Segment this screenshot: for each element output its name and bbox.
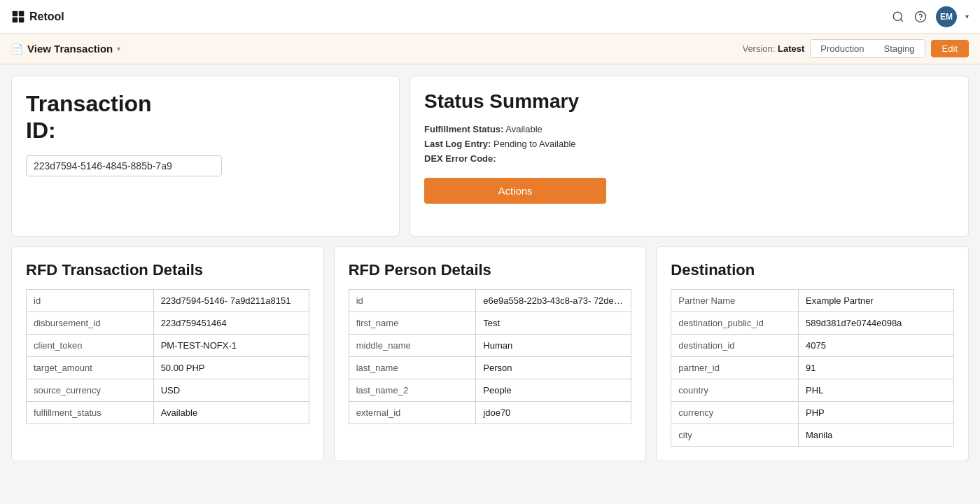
- last-log-label: Last Log Entry:: [424, 139, 491, 149]
- row-value: 223d759451464: [153, 312, 309, 335]
- svg-rect-3: [19, 17, 24, 22]
- rfd-person-title: RFD Person Details: [349, 261, 632, 279]
- table-row: external_id jdoe70: [349, 402, 631, 424]
- avatar-chevron-icon[interactable]: ▾: [965, 13, 969, 20]
- row-key: middle_name: [349, 335, 476, 357]
- table-row: first_name Test: [349, 312, 631, 335]
- table-row: destination_public_id 589d381d7e0744e098…: [671, 312, 954, 335]
- table-row: Partner Name Example Partner: [671, 290, 954, 312]
- main-content: Transaction ID: Status Summary Fulfillme…: [0, 64, 980, 472]
- table-row: id e6e9a558-22b3-43c8-a73- 72de7bd63293: [349, 290, 631, 312]
- row-key: Partner Name: [671, 290, 799, 312]
- breadcrumb: 📄 View Transaction ▾: [11, 43, 120, 55]
- rfd-transaction-title: RFD Transaction Details: [26, 261, 309, 279]
- edit-button[interactable]: Edit: [931, 40, 969, 57]
- svg-rect-1: [19, 10, 24, 16]
- row-key: disbursement_id: [27, 312, 154, 335]
- transaction-id-title: Transaction ID:: [26, 90, 385, 144]
- row-key: target_amount: [27, 357, 154, 379]
- nav-right: EM ▾: [891, 6, 969, 27]
- production-button[interactable]: Production: [811, 40, 874, 57]
- table-row: source_currency USD: [27, 379, 309, 402]
- rfd-person-card: RFD Person Details id e6e9a558-22b3-43c8…: [334, 246, 647, 461]
- rfd-transaction-card: RFD Transaction Details id 223d7594-5146…: [11, 246, 324, 461]
- row-value: 91: [798, 357, 953, 379]
- staging-button[interactable]: Staging: [874, 40, 925, 57]
- row-key: currency: [671, 402, 799, 424]
- row-value: Example Partner: [798, 290, 953, 312]
- destination-card: Destination Partner Name Example Partner…: [656, 246, 969, 461]
- row-value: Person: [476, 357, 631, 379]
- table-row: destination_id 4075: [671, 335, 954, 357]
- row-key: first_name: [349, 312, 476, 335]
- table-row: disbursement_id 223d759451464: [27, 312, 309, 335]
- table-row: target_amount 50.00 PHP: [27, 357, 309, 379]
- transaction-id-input[interactable]: [26, 155, 222, 176]
- svg-rect-0: [13, 10, 18, 16]
- table-row: city Manila: [671, 424, 954, 447]
- fulfillment-status-value: Available: [505, 124, 542, 134]
- row-key: city: [671, 424, 799, 447]
- table-row: last_name Person: [349, 357, 631, 379]
- rfd-transaction-table: id 223d7594-5146- 7a9d211a8151 disbursem…: [26, 289, 309, 424]
- svg-rect-2: [13, 17, 18, 22]
- row-value: Available: [153, 402, 309, 424]
- bottom-row: RFD Transaction Details id 223d7594-5146…: [11, 246, 969, 461]
- help-icon[interactable]: [913, 10, 927, 24]
- top-nav: Retool EM ▾: [0, 0, 980, 34]
- last-log-row: Last Log Entry: Pending to Available: [424, 139, 954, 149]
- table-row: client_token PM-TEST-NOFX-1: [27, 335, 309, 357]
- top-row: Transaction ID: Status Summary Fulfillme…: [11, 76, 969, 237]
- row-key: client_token: [27, 335, 154, 357]
- row-value: Manila: [798, 424, 953, 447]
- row-value: 589d381d7e0744e098a: [798, 312, 953, 335]
- avatar[interactable]: EM: [936, 6, 957, 27]
- breadcrumb-chevron-icon[interactable]: ▾: [117, 45, 120, 52]
- environment-toggle: Production Staging: [810, 39, 925, 58]
- sub-nav: 📄 View Transaction ▾ Version: Latest Pro…: [0, 34, 980, 64]
- row-key: destination_public_id: [671, 312, 799, 335]
- actions-button[interactable]: Actions: [424, 178, 606, 204]
- table-row: partner_id 91: [671, 357, 954, 379]
- row-key: id: [349, 290, 476, 312]
- rfd-person-table: id e6e9a558-22b3-43c8-a73- 72de7bd63293 …: [349, 289, 632, 424]
- row-value: Test: [476, 312, 631, 335]
- dex-error-label: DEX Error Code:: [424, 153, 496, 164]
- fulfillment-status-label: Fulfillment Status:: [424, 124, 503, 134]
- sub-nav-right: Version: Latest Production Staging Edit: [742, 39, 969, 58]
- status-summary-card: Status Summary Fulfillment Status: Avail…: [410, 76, 969, 237]
- nav-left: Retool: [11, 10, 64, 24]
- row-value: People: [476, 379, 631, 402]
- retool-logo-icon: [11, 10, 25, 24]
- status-summary-title: Status Summary: [424, 90, 954, 113]
- table-row: id 223d7594-5146- 7a9d211a8151: [27, 290, 309, 312]
- destination-table: Partner Name Example Partner destination…: [671, 289, 954, 447]
- transaction-id-card: Transaction ID:: [11, 76, 400, 237]
- row-key: last_name: [349, 357, 476, 379]
- last-log-value: Pending to Available: [493, 139, 576, 149]
- version-label: Version: Latest: [742, 43, 804, 54]
- table-row: currency PHP: [671, 402, 954, 424]
- fulfillment-status-row: Fulfillment Status: Available: [424, 124, 954, 134]
- row-value: Human: [476, 335, 631, 357]
- retool-logo: Retool: [11, 10, 64, 24]
- row-value: PM-TEST-NOFX-1: [153, 335, 309, 357]
- row-value: PHL: [798, 379, 953, 402]
- destination-title: Destination: [671, 261, 954, 279]
- row-value: PHP: [798, 402, 953, 424]
- row-key: source_currency: [27, 379, 154, 402]
- svg-point-4: [893, 12, 902, 20]
- row-key: country: [671, 379, 799, 402]
- table-row: last_name_2 People: [349, 379, 631, 402]
- row-value: USD: [153, 379, 309, 402]
- table-row: middle_name Human: [349, 335, 631, 357]
- table-row: fulfillment_status Available: [27, 402, 309, 424]
- search-icon[interactable]: [891, 10, 905, 24]
- row-value: e6e9a558-22b3-43c8-a73- 72de7bd63293: [476, 290, 631, 312]
- row-key: fulfillment_status: [27, 402, 154, 424]
- row-key: id: [27, 290, 154, 312]
- row-key: destination_id: [671, 335, 799, 357]
- row-value: 4075: [798, 335, 953, 357]
- row-key: partner_id: [671, 357, 799, 379]
- breadcrumb-title: View Transaction: [27, 43, 113, 55]
